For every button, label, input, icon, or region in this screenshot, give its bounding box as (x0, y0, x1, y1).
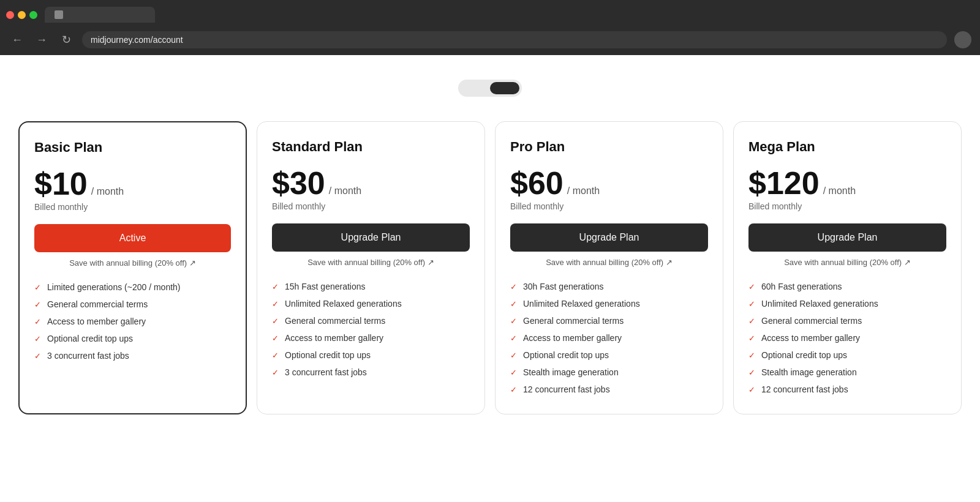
check-icon: ✓ (748, 368, 755, 377)
feature-text: Optional credit top ups (761, 350, 847, 360)
feature-text: 12 concurrent fast jobs (523, 384, 610, 394)
check-icon: ✓ (510, 299, 517, 309)
tab-bar (0, 0, 980, 24)
check-icon: ✓ (748, 334, 755, 343)
plan-price: $60 / month (510, 167, 708, 199)
feature-text: General commercial terms (761, 316, 862, 326)
feature-text: Stealth image generation (761, 367, 857, 377)
check-icon: ✓ (34, 317, 41, 326)
feature-text: Access to member gallery (47, 317, 146, 326)
check-icon: ✓ (510, 334, 517, 343)
check-icon: ✓ (272, 368, 279, 377)
feature-text: Optional credit top ups (523, 350, 609, 360)
feature-item: ✓ 15h Fast generations (272, 282, 470, 291)
feature-item: ✓ Access to member gallery (510, 333, 708, 343)
monthly-billing-button[interactable] (490, 82, 519, 94)
feature-item: ✓ Stealth image generation (748, 367, 946, 377)
page-content: Basic Plan $10 / month Billed monthly Ac… (0, 55, 980, 502)
price-amount: $10 (34, 168, 88, 200)
plan-price: $120 / month (748, 167, 946, 199)
check-icon: ✓ (34, 351, 41, 361)
check-icon: ✓ (272, 351, 279, 360)
plans-grid: Basic Plan $10 / month Billed monthly Ac… (12, 121, 968, 414)
feature-item: ✓ 3 concurrent fast jobs (34, 351, 231, 361)
feature-item: ✓ General commercial terms (34, 299, 231, 309)
feature-item: ✓ 60h Fast generations (748, 282, 946, 291)
feature-text: 60h Fast generations (761, 282, 842, 291)
feature-text: Stealth image generation (523, 367, 619, 377)
price-amount: $120 (748, 167, 820, 199)
feature-text: Limited generations (~200 / month) (47, 282, 181, 292)
plan-name: Pro Plan (510, 139, 708, 155)
check-icon: ✓ (34, 300, 41, 309)
plan-action-button[interactable]: Active (34, 224, 231, 252)
back-button[interactable]: ← (9, 31, 26, 48)
check-icon: ✓ (34, 334, 41, 343)
feature-text: 3 concurrent fast jobs (47, 351, 129, 361)
check-icon: ✓ (748, 317, 755, 326)
feature-item: ✓ Stealth image generation (510, 367, 708, 377)
feature-item: ✓ 12 concurrent fast jobs (748, 384, 946, 394)
plan-action-button[interactable]: Upgrade Plan (510, 223, 708, 252)
plan-name: Standard Plan (272, 139, 470, 155)
check-icon: ✓ (510, 282, 517, 291)
save-note: Save with annual billing (20% off) ↗ (34, 258, 231, 268)
yearly-billing-button[interactable] (461, 82, 490, 94)
billing-toggle (12, 80, 968, 97)
plan-action-button[interactable]: Upgrade Plan (748, 223, 946, 252)
billing-note: Billed monthly (510, 201, 708, 211)
price-period: / month (567, 185, 600, 197)
plan-card-standard: Standard Plan $30 / month Billed monthly… (257, 121, 485, 414)
toggle-container (458, 80, 522, 97)
price-period: / month (329, 185, 361, 197)
check-icon: ✓ (34, 283, 41, 292)
check-icon: ✓ (510, 351, 517, 360)
plan-price: $30 / month (272, 167, 470, 199)
feature-item: ✓ General commercial terms (272, 316, 470, 326)
address-bar-row: ← → ↻ (0, 24, 980, 55)
close-button[interactable] (6, 11, 14, 19)
feature-text: Access to member gallery (523, 333, 622, 343)
price-period: / month (823, 185, 856, 197)
profile-button[interactable] (954, 31, 971, 48)
feature-item: ✓ General commercial terms (510, 316, 708, 326)
reload-button[interactable]: ↻ (58, 31, 75, 48)
save-note: Save with annual billing (20% off) ↗ (272, 258, 470, 267)
check-icon: ✓ (748, 282, 755, 291)
save-note: Save with annual billing (20% off) ↗ (748, 258, 946, 267)
feature-text: 3 concurrent fast jobs (285, 367, 367, 377)
forward-button[interactable]: → (33, 31, 50, 48)
plan-card-mega: Mega Plan $120 / month Billed monthly Up… (733, 121, 962, 414)
plan-price: $10 / month (34, 168, 231, 200)
plan-action-button[interactable]: Upgrade Plan (272, 223, 470, 252)
feature-text: 15h Fast generations (285, 282, 366, 291)
tab-favicon (55, 10, 63, 19)
price-amount: $60 (510, 167, 564, 199)
minimize-button[interactable] (18, 11, 26, 19)
maximize-button[interactable] (29, 11, 37, 19)
feature-text: Unlimited Relaxed generations (761, 299, 878, 309)
feature-item: ✓ Optional credit top ups (748, 350, 946, 360)
plan-name: Basic Plan (34, 140, 231, 155)
feature-item: ✓ Unlimited Relaxed generations (748, 299, 946, 309)
billing-note: Billed monthly (748, 201, 946, 211)
plan-name: Mega Plan (748, 139, 946, 155)
feature-item: ✓ Optional credit top ups (34, 334, 231, 343)
price-period: / month (91, 186, 124, 197)
browser-tab[interactable] (45, 7, 155, 23)
feature-item: ✓ 30h Fast generations (510, 282, 708, 291)
check-icon: ✓ (272, 317, 279, 326)
feature-item: ✓ Limited generations (~200 / month) (34, 282, 231, 292)
feature-item: ✓ Access to member gallery (34, 317, 231, 326)
feature-text: 30h Fast generations (523, 282, 604, 291)
check-icon: ✓ (748, 299, 755, 309)
feature-item: ✓ Access to member gallery (748, 333, 946, 343)
url-bar[interactable] (82, 31, 947, 48)
window-controls (6, 11, 37, 19)
browser-chrome: ← → ↻ (0, 0, 980, 55)
feature-text: Access to member gallery (761, 333, 860, 343)
feature-text: General commercial terms (523, 316, 624, 326)
feature-item: ✓ 3 concurrent fast jobs (272, 367, 470, 377)
feature-text: Optional credit top ups (47, 334, 133, 343)
billing-note: Billed monthly (34, 202, 231, 212)
